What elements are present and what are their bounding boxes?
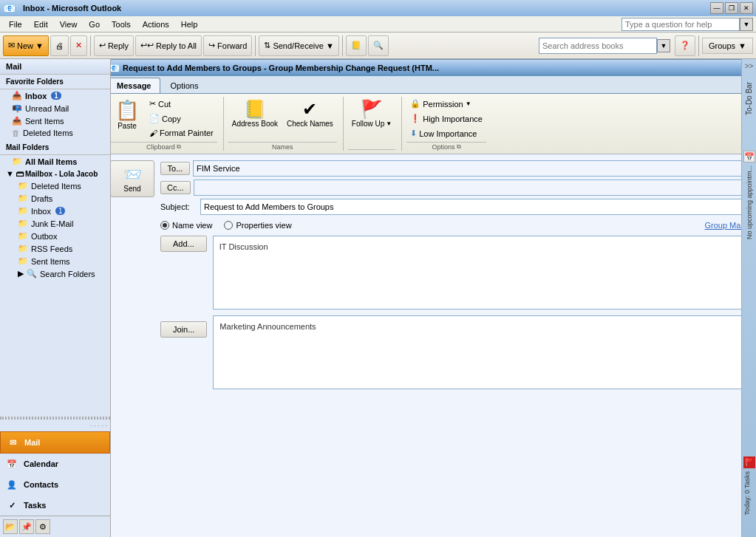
to-input[interactable] xyxy=(193,160,741,177)
sidebar-item-all-mail[interactable]: 📁 All Mail Items xyxy=(0,155,110,168)
group-management-help-link[interactable]: Group Management Help xyxy=(704,221,741,230)
cut-button[interactable]: ✂ Cut xyxy=(146,97,217,111)
menu-actions[interactable]: Actions xyxy=(137,18,175,30)
sidebar-item-drafts[interactable]: 📁 Drafts xyxy=(0,192,110,205)
sidebar-item-inbox-mb[interactable]: 📁 Inbox 1 xyxy=(0,205,110,217)
cc-input[interactable] xyxy=(194,179,741,196)
clipboard-expand-icon[interactable]: ⧉ xyxy=(177,143,181,151)
name-view-radio[interactable] xyxy=(160,221,169,230)
find-button[interactable]: 🔍 xyxy=(368,35,389,56)
sidebar-item-sent[interactable]: 📁 Sent Items xyxy=(0,255,110,267)
nav-mail-button[interactable]: ✉ Mail xyxy=(0,431,110,454)
menu-view[interactable]: View xyxy=(54,18,84,30)
cc-button[interactable]: Cc... xyxy=(160,181,191,194)
send-receive-button[interactable]: ⇅ Send/Receive ▼ xyxy=(259,35,338,56)
clipboard-label: Clipboard ⧉ xyxy=(111,142,217,151)
tab-options[interactable]: Options xyxy=(160,78,208,93)
send-receive-dropdown-icon[interactable]: ▼ xyxy=(326,41,334,50)
properties-view-option[interactable]: Properties view xyxy=(224,221,291,230)
join-button[interactable]: Join... xyxy=(160,321,207,338)
compose-title-bar[interactable]: 📧 Request to Add Members to Groups - Gro… xyxy=(111,60,741,76)
help-box: ▼ xyxy=(622,18,753,31)
sidebar-item-deleted-items-fav[interactable]: 🗑 Deleted Items xyxy=(0,127,110,139)
resize-handle[interactable]: · · · · · xyxy=(90,422,107,429)
menu-go[interactable]: Go xyxy=(83,18,106,30)
copy-button[interactable]: 📄 Copy xyxy=(146,112,217,126)
group1-row: Add... IT Discussion xyxy=(160,236,741,309)
help-button[interactable]: ❓ xyxy=(675,35,695,56)
config-icon-btn[interactable]: ⚙ xyxy=(35,519,50,534)
restore-button[interactable]: ❐ xyxy=(725,2,738,14)
forward-icon: ↪ xyxy=(208,41,215,50)
send-button[interactable]: 📨 Send xyxy=(111,160,154,197)
clipboard-small-buttons: ✂ Cut 📄 Copy 🖌 Format Painter xyxy=(146,97,217,140)
collapse-panel-button[interactable]: >> xyxy=(745,62,754,70)
address-book-button[interactable]: 📒 Address Book xyxy=(228,97,282,130)
nav-contacts-button[interactable]: 👤 Contacts xyxy=(0,474,110,495)
subject-input[interactable] xyxy=(200,199,741,215)
search-dropdown-icon[interactable]: ▼ xyxy=(657,39,670,52)
minimize-button[interactable]: — xyxy=(710,2,723,14)
nav-calendar-button[interactable]: 📅 Calendar xyxy=(0,454,110,474)
no-appointments-text: No upcoming appointm... xyxy=(746,165,753,239)
drafts-icon: 📁 xyxy=(18,194,28,203)
properties-view-radio[interactable] xyxy=(224,221,233,230)
sidebar-item-junk[interactable]: 📁 Junk E-Mail xyxy=(0,217,110,230)
sidebar-item-rss[interactable]: 📁 RSS Feeds xyxy=(0,242,110,255)
sidebar-item-deleted-items[interactable]: 📁 Deleted Items xyxy=(0,179,110,192)
low-importance-button[interactable]: ⬇ Low Importance xyxy=(406,126,486,140)
check-names-icon: ✔ xyxy=(302,99,317,120)
nav-tasks-button[interactable]: ✓ Tasks xyxy=(0,495,110,516)
group2-title: Marketing Announcements xyxy=(219,322,741,331)
permission-button[interactable]: 🔒 Permission ▼ xyxy=(406,97,486,111)
sidebar-item-outbox[interactable]: 📁 Outbox xyxy=(0,230,110,242)
sidebar-item-unread-mail[interactable]: 📭 Unread Mail xyxy=(0,102,110,114)
contacts-nav-icon: 👤 xyxy=(6,479,18,490)
help-search-button[interactable]: ▼ xyxy=(740,18,753,31)
new-button[interactable]: ✉ New ▼ xyxy=(3,35,49,56)
reply-all-button[interactable]: ↩↩ Reply to All xyxy=(135,35,202,56)
high-importance-button[interactable]: ❗ High Importance xyxy=(406,112,486,126)
menu-help[interactable]: Help xyxy=(175,18,204,30)
help-search-input[interactable] xyxy=(622,18,740,31)
close-button[interactable]: ✕ xyxy=(740,2,753,14)
new-dropdown-icon[interactable]: ▼ xyxy=(35,41,44,50)
tab-message[interactable]: Message xyxy=(111,78,160,93)
shortcuts-icon-btn[interactable]: 📌 xyxy=(19,519,34,534)
format-painter-button[interactable]: 🖌 Format Painter xyxy=(146,126,217,140)
options-expand-icon[interactable]: ⧉ xyxy=(457,143,461,151)
menu-file[interactable]: File xyxy=(3,18,28,30)
paste-button[interactable]: 📋 Paste xyxy=(111,97,144,132)
compose-body: 📨 Send To... Cc... xyxy=(111,154,741,537)
sidebar-item-sent-items-fav[interactable]: 📤 Sent Items xyxy=(0,114,110,127)
search-address-books-input[interactable] xyxy=(539,38,657,54)
reply-button[interactable]: ↩ Reply xyxy=(94,35,134,56)
delete-button[interactable]: ✕ xyxy=(70,35,87,56)
groups-button[interactable]: Groups ▼ xyxy=(702,38,753,54)
address-book-toolbar-button[interactable]: 📒 xyxy=(346,35,367,56)
sidebar-item-search-folders[interactable]: ▶ 🔍 Search Folders xyxy=(0,267,110,280)
clipboard-group: 📋 Paste ✂ Cut 📄 Copy xyxy=(111,97,224,151)
calendar-widget-icon[interactable]: 📅 xyxy=(743,151,755,163)
groups-dropdown-icon[interactable]: ▼ xyxy=(738,41,746,50)
follow-up-button[interactable]: 🚩 Follow Up ▼ xyxy=(348,97,395,130)
folder-icon-btn[interactable]: 📂 xyxy=(3,519,18,534)
check-names-button[interactable]: ✔ Check Names xyxy=(283,97,337,130)
to-button[interactable]: To... xyxy=(160,162,190,175)
print-button[interactable]: 🖨 xyxy=(50,35,69,56)
deleted-items-fav-icon: 🗑 xyxy=(12,129,20,137)
add-button[interactable]: Add... xyxy=(160,236,207,252)
permission-dropdown-icon[interactable]: ▼ xyxy=(466,100,471,107)
copy-icon: 📄 xyxy=(149,114,160,123)
sidebar-mailbox-group[interactable]: ▼ 🗃 Mailbox - Lola Jacob xyxy=(0,168,110,179)
cc-field-row: Cc... xyxy=(160,179,741,196)
name-view-option[interactable]: Name view xyxy=(160,221,212,230)
menu-tools[interactable]: Tools xyxy=(106,18,137,30)
sidebar-item-inbox[interactable]: 📥 Inbox 1 xyxy=(0,89,110,102)
tasks-label: Today: 0 Tasks xyxy=(743,471,751,515)
follow-up-dropdown-icon[interactable]: ▼ xyxy=(386,120,392,127)
forward-button[interactable]: ↪ Forward xyxy=(203,35,252,56)
menu-edit[interactable]: Edit xyxy=(28,18,54,30)
nav-buttons: · · · · · ✉ Mail 📅 Calendar 👤 Contacts ✓… xyxy=(0,417,110,537)
group2-panel: Marketing Announcements xyxy=(213,315,741,389)
